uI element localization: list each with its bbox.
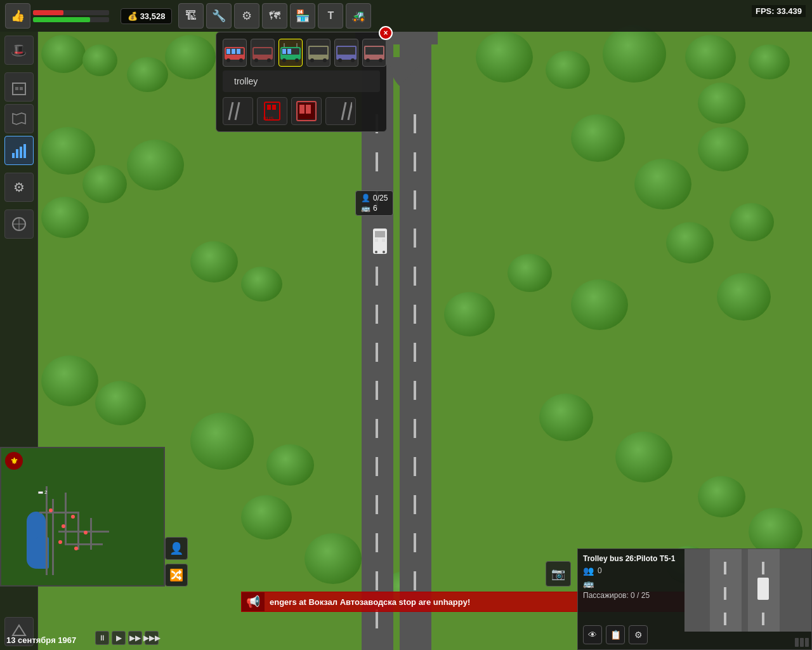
road-dash [414, 152, 416, 171]
svg-point-40 [366, 58, 370, 62]
svg-point-28 [282, 58, 286, 62]
info-panel: Trolley bus 26:Piloto T5-1 👥 0 🚌 Пассажи… [577, 548, 812, 650]
preview-dash [724, 587, 726, 600]
play-button[interactable]: ▶ [112, 631, 126, 645]
tree [165, 35, 216, 79]
svg-rect-19 [254, 48, 272, 55]
minimap-marker-3 [71, 515, 75, 519]
svg-point-59 [383, 251, 385, 253]
tree [190, 241, 238, 282]
toolbar-btn-vehicle[interactable]: 🚜 [346, 3, 371, 29]
tree [82, 165, 127, 203]
popup-close-button[interactable]: × [379, 26, 393, 40]
popup-icon-train3[interactable] [362, 39, 386, 67]
sidebar-building-icon[interactable] [4, 72, 34, 102]
camera-button[interactable]: 📷 [546, 561, 571, 587]
toolbar-btn-shop[interactable]: 🏪 [290, 3, 315, 29]
svg-point-36 [338, 58, 342, 62]
tree [685, 35, 736, 79]
tree [444, 292, 495, 336]
passenger-count: 0/25 [373, 194, 388, 202]
tree [127, 57, 168, 92]
popup-road-icon-3[interactable] [291, 97, 322, 125]
minimap-vehicle-number: 2 [44, 489, 47, 495]
preview-dash [762, 613, 764, 625]
tree [127, 140, 184, 190]
road-dash [414, 114, 416, 133]
popup-road-icon-1[interactable] [223, 97, 253, 125]
sidebar-hat-icon[interactable]: 🎩 [4, 36, 34, 65]
popup-icon-bus1[interactable] [223, 39, 247, 67]
sidebar-navigate-icon[interactable] [4, 209, 34, 239]
vehicle-trolleybus[interactable] [373, 229, 387, 254]
svg-rect-6 [23, 144, 26, 158]
toolbar-btn-wrench[interactable]: 🔧 [206, 3, 232, 29]
popup-icon-train2[interactable] [334, 39, 358, 67]
toolbar-btn-thumb[interactable]: 👍 [5, 3, 30, 29]
top-toolbar: 👍 💰 33,528 🏗 🔧 ⚙ 🗺 🏪 T 🚜 [0, 0, 812, 32]
popup-icon-trolley[interactable] [278, 39, 303, 67]
popup-road-icon-2[interactable]: BUS [257, 97, 287, 125]
svg-rect-45 [267, 105, 271, 110]
action-btn-person[interactable]: 👤 [165, 537, 188, 560]
ticker-icon: 📢 [242, 592, 265, 612]
minimap-marker-5 [58, 540, 62, 544]
money-value: 33,528 [140, 11, 166, 21]
popup-icon-train1[interactable] [306, 39, 331, 67]
toolbar-btn-text[interactable]: T [318, 3, 343, 29]
info-panel-btn-1[interactable]: 👁 [583, 625, 602, 644]
info-panel-minibar [795, 638, 809, 647]
info-panel-btn-2[interactable]: 📋 [606, 625, 625, 644]
tree [241, 267, 282, 302]
tree [730, 203, 774, 241]
popup-label-area: trolley [223, 70, 380, 92]
popup-selected-label: trolley [229, 74, 263, 89]
fast-forward-2-button[interactable]: ▶▶▶ [145, 631, 159, 645]
svg-rect-15 [237, 49, 240, 54]
tooltip-speed-row: 🚌 6 [361, 204, 388, 213]
minimap-vehicle-indicator: 2 [38, 489, 47, 495]
minimap-marker-4 [84, 531, 88, 534]
svg-rect-31 [310, 47, 327, 55]
playback-controls: ⏸ ▶ ▶▶ ▶▶▶ [95, 631, 159, 645]
svg-point-41 [379, 58, 383, 62]
tooltip-passenger-row: 👤 0/25 [361, 194, 388, 202]
svg-point-37 [351, 58, 355, 62]
info-stat-1-value: 0 [598, 566, 602, 575]
popup-road-icon-4[interactable] [325, 97, 356, 125]
health-bars [33, 10, 109, 22]
health-bar-red-bg [33, 10, 109, 15]
action-btn-navigate[interactable]: 🔀 [165, 564, 188, 587]
sidebar-gear-icon[interactable]: ⚙ [4, 173, 34, 202]
svg-rect-51 [306, 105, 311, 114]
date-display: 13 сентября 1967 [6, 635, 76, 645]
road-dash [414, 571, 416, 590]
toolbar-btn-build[interactable]: 🏗 [178, 3, 204, 29]
minimap-logo: ⚜ [5, 452, 23, 470]
fast-forward-button[interactable]: ▶▶ [128, 631, 142, 645]
info-panel-btn-3[interactable]: ⚙ [629, 625, 648, 644]
vehicle-tooltip: 👤 0/25 🚌 6 [355, 190, 393, 216]
pause-button[interactable]: ⏸ [95, 631, 109, 645]
road-dash [376, 305, 378, 324]
tree [266, 444, 314, 486]
sidebar-map-icon[interactable] [4, 104, 34, 133]
tree [634, 159, 691, 209]
svg-point-33 [323, 58, 327, 62]
info-panel-action-btns: 👁 📋 ⚙ [583, 625, 648, 644]
toolbar-btn-gear[interactable]: ⚙ [234, 3, 259, 29]
sidebar-stats-icon[interactable] [4, 136, 34, 165]
svg-rect-55 [375, 231, 385, 237]
svg-line-43 [235, 102, 239, 120]
svg-rect-46 [272, 105, 276, 110]
tree [603, 25, 666, 83]
minibar-item [805, 638, 809, 647]
svg-rect-3 [12, 153, 15, 158]
svg-marker-10 [13, 625, 25, 635]
health-bar-green-bg [33, 17, 109, 22]
tree [539, 394, 593, 441]
toolbar-btn-map[interactable]: 🗺 [262, 3, 287, 29]
speed-icon: 🚌 [361, 204, 370, 213]
popup-icon-bus2[interactable] [251, 39, 275, 67]
svg-line-42 [229, 102, 233, 120]
